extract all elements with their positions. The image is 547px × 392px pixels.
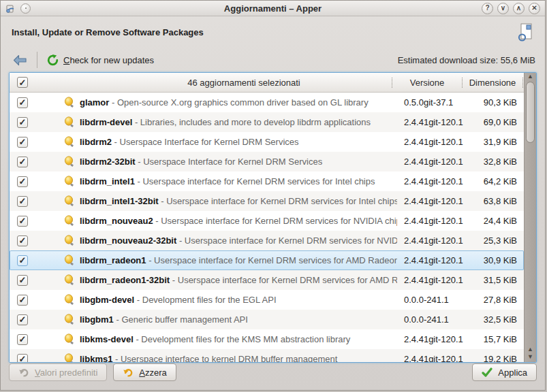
minimize-button[interactable]: ∨ — [497, 3, 509, 14]
table-row[interactable]: ✓ libgbm-devel - Development files — [10, 290, 524, 310]
table-row[interactable]: ✓ libdrm_nouveau2 - Userspace inter — [10, 211, 524, 231]
package-version: 0.0.0-241.1 — [397, 295, 465, 305]
package-description: - Generic buffer management API — [114, 314, 248, 325]
scrollbar-thumb[interactable] — [526, 82, 535, 143]
column-header-version[interactable]: Versione — [393, 78, 461, 88]
row-checkbox[interactable]: ✓ — [17, 255, 28, 266]
row-checkbox[interactable]: ✓ — [17, 97, 28, 108]
package-size: 63,8 KiB — [465, 196, 524, 206]
row-checkbox[interactable]: ✓ — [17, 275, 28, 286]
package-version: 2.4.41git-120.1 — [397, 255, 465, 265]
package-version: 2.4.41git-120.1 — [397, 196, 465, 206]
package-version: 2.4.41git-120.1 — [397, 137, 465, 147]
row-checkbox[interactable]: ✓ — [17, 216, 28, 227]
page-title: Install, Update or Remove Software Packa… — [12, 27, 204, 37]
package-update-icon — [64, 195, 75, 207]
package-size: 19,2 KiB — [465, 354, 524, 362]
reset-button[interactable]: Azzera — [113, 363, 176, 381]
package-name: libgbm-devel — [80, 295, 134, 305]
package-version: 0.5.0git-37.1 — [397, 97, 465, 108]
list-header: ✓ 46 aggiornamenti selezionati Versione … — [10, 73, 524, 93]
row-checkbox[interactable]: ✓ — [17, 295, 28, 306]
row-checkbox[interactable]: ✓ — [17, 334, 28, 345]
app-icon — [5, 3, 16, 14]
package-version: 2.4.41git-120.1 — [397, 354, 465, 362]
table-row[interactable]: ✓ libdrm2-32bit - Userspace Interfa — [10, 152, 524, 172]
row-checkbox[interactable]: ✓ — [17, 157, 28, 167]
package-update-icon — [64, 176, 75, 187]
package-update-icon — [64, 353, 75, 362]
package-name: libdrm2 — [80, 137, 112, 147]
titlebar[interactable]: Aggiornamenti – Apper ? ∨ ∧ ✕ — [1, 1, 545, 16]
row-checkbox[interactable]: ✓ — [17, 117, 28, 128]
table-row[interactable]: ✓ libdrm_intel1 - Userspace interfa — [10, 172, 524, 191]
package-description: - Userspace Interface for Kernel DRM Ser… — [112, 137, 299, 147]
package-name: libkms-devel — [80, 334, 134, 344]
help-button[interactable]: ? — [482, 3, 493, 14]
back-button[interactable] — [10, 53, 30, 67]
package-size: 24,4 KiB — [465, 216, 524, 226]
apply-button[interactable]: Applica — [472, 363, 537, 381]
package-size: 32,8 KiB — [465, 157, 524, 167]
package-description: - Development files for the EGL API — [134, 295, 276, 305]
table-row[interactable]: ✓ libdrm_radeon1-32bit - Userspace — [10, 270, 524, 290]
table-row[interactable]: ✓ glamor - Open-source X.org graphi — [10, 93, 524, 112]
package-version: 2.4.41git-120.1 — [397, 117, 465, 127]
footer: Valori predefiniti Azzera Applica — [9, 363, 537, 381]
package-description: - Userspace interface for Kernel DRM ser… — [135, 176, 375, 186]
package-description: - Userspace interface for Kernel DRM ser… — [176, 235, 397, 246]
table-row[interactable]: ✓ libdrm2 - Userspace Interface for — [10, 132, 524, 152]
column-separator[interactable] — [522, 78, 523, 88]
package-update-icon — [64, 156, 75, 167]
apper-window: Aggiornamenti – Apper ? ∨ ∧ ✕ Install, U… — [0, 0, 546, 391]
package-version: 2.4.41git-120.1 — [397, 216, 465, 226]
package-name: glamor — [80, 97, 109, 108]
row-checkbox[interactable]: ✓ — [17, 235, 28, 246]
package-size: 32,5 KiB — [465, 314, 524, 325]
table-row[interactable]: ✓ libdrm_nouveau2-32bit - Userspace — [10, 231, 524, 250]
select-all-checkbox[interactable]: ✓ — [17, 77, 28, 88]
row-checkbox[interactable]: ✓ — [17, 176, 28, 187]
table-row[interactable]: ✓ libdrm_intel1-32bit - Userspace i — [10, 191, 524, 211]
package-size: 64,2 KiB — [465, 176, 524, 186]
column-separator[interactable] — [392, 78, 392, 88]
package-version: 2.4.41git-120.1 — [397, 176, 465, 186]
package-version: 2.4.41git-120.1 — [397, 157, 465, 167]
column-separator[interactable] — [462, 78, 463, 88]
row-checkbox[interactable]: ✓ — [17, 137, 28, 148]
download-size-label: Estimated download size: 55,6 MiB — [398, 55, 535, 65]
back-arrow-icon — [13, 54, 27, 66]
scrollbar[interactable]: ▲ ▲ ▼ — [524, 73, 536, 362]
toolbar-separator — [37, 52, 37, 68]
maximize-button[interactable]: ∧ — [513, 3, 525, 14]
table-row[interactable]: ✓ libdrm-devel - Libraries, include — [10, 112, 524, 132]
row-checkbox[interactable]: ✓ — [17, 196, 28, 207]
table-row[interactable]: ✓ libkms-devel - Development files — [10, 329, 524, 349]
package-size: 90,3 KiB — [465, 97, 524, 108]
package-version: 2.4.41git-120.1 — [397, 334, 465, 344]
updates-list: ✓ 46 aggiornamenti selezionati Versione … — [9, 72, 537, 363]
row-checkbox[interactable]: ✓ — [17, 354, 28, 363]
toolbar: Check for new updates Estimated download… — [1, 48, 545, 71]
check-updates-button[interactable]: Check for new updates — [44, 53, 157, 67]
scroll-up-icon[interactable]: ▲ — [527, 73, 533, 80]
scroll-down-icon[interactable]: ▼ — [527, 353, 533, 361]
column-header-size[interactable]: Dimensione — [463, 78, 522, 88]
package-name: libdrm_nouveau2 — [80, 216, 153, 226]
column-header-selected[interactable]: 46 aggiornamenti selezionati — [35, 78, 391, 88]
table-row[interactable]: ✓ libkms1 - Userspace interface to — [10, 349, 524, 362]
package-description: - Libraries, includes and more to develo… — [132, 117, 371, 127]
window-title: Aggiornamenti – Apper — [1, 3, 545, 14]
package-description: - Open-source X.org graphics common driv… — [109, 97, 368, 108]
scroll-up-icon[interactable]: ▲ — [527, 346, 533, 353]
package-size: 25,3 KiB — [465, 235, 524, 246]
defaults-button[interactable]: Valori predefiniti — [9, 363, 107, 381]
row-checkbox[interactable]: ✓ — [17, 314, 28, 325]
table-row[interactable]: ✓ libgbm1 - Generic buffer manageme — [10, 310, 524, 329]
keep-above-button[interactable] — [20, 3, 31, 14]
close-button[interactable]: ✕ — [529, 3, 540, 14]
package-update-icon — [64, 97, 75, 108]
package-description: - Userspace interface for Kernel DRM ser… — [170, 275, 397, 285]
table-row[interactable]: ✓ libdrm_radeon1 - Userspace interf — [10, 250, 524, 270]
defaults-label: Valori predefiniti — [35, 368, 97, 378]
